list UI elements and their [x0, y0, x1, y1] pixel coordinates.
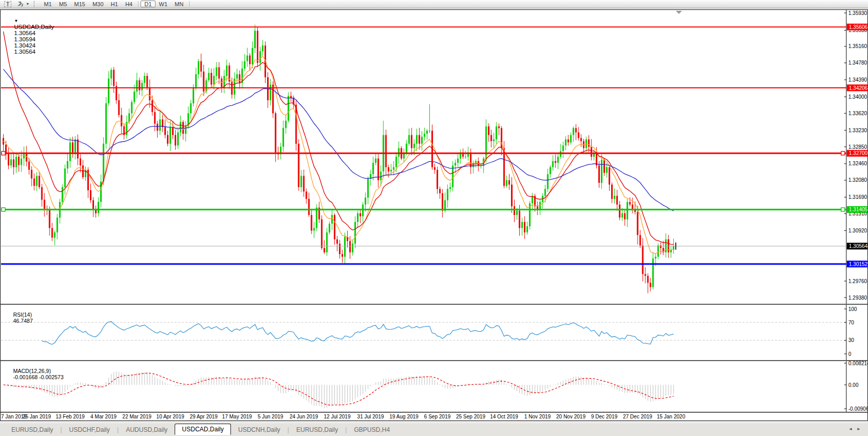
toolbar-separator — [189, 1, 190, 7]
date-tick: 24 Jun 2019 — [289, 414, 318, 419]
tf-m1-button[interactable]: M1 — [40, 1, 55, 7]
price-tick: 1.34000 — [848, 94, 867, 100]
tab-eurusd-daily-2[interactable]: EURUSD,Daily — [289, 425, 345, 435]
macd-name: MACD(12,26,9) — [13, 368, 51, 374]
price-badge-text: 1.31405 — [849, 207, 868, 212]
chart-tab-bar: EURUSD,Daily | USDCHF,Daily | AUDUSD,Dai… — [0, 423, 868, 436]
toolbar-separator — [138, 1, 138, 7]
ohlc-low: 1.30424 — [14, 42, 36, 49]
price-tick: 1.30920 — [848, 228, 867, 233]
date-tick: 12 Jul 2019 — [324, 414, 351, 419]
price-tick: 1.31690 — [848, 194, 867, 200]
price-chart-canvas[interactable]: 1.359301.355301.351601.347801.343901.340… — [0, 9, 868, 421]
price-tick: 1.34390 — [848, 77, 867, 83]
chart-window[interactable]: 1.359301.355301.351601.347801.343901.340… — [0, 9, 868, 421]
arrange-charts-icon — [17, 1, 24, 7]
date-tick: 6 Sep 2019 — [424, 414, 451, 419]
date-tick: 1 Nov 2019 — [524, 414, 551, 419]
macd-tick: 0.008214 — [848, 361, 868, 366]
price-tick: 1.29760 — [848, 278, 867, 284]
tf-mn-button[interactable]: MN — [171, 1, 187, 7]
price-badge-text: 1.30152 — [849, 261, 868, 267]
rsi-name: RSI(14) — [13, 312, 32, 318]
rsi-tick: 0 — [848, 351, 851, 357]
price-tick: 1.32080 — [848, 177, 867, 183]
chart-title: ▼ USDCAD,Daily 1.30564 1.30594 1.30424 1… — [4, 11, 54, 61]
rsi-indicator-label: RSI(14) 46.7487 — [4, 305, 33, 330]
date-tick: 15 Jan 2020 — [657, 414, 685, 419]
price-tick: 1.33620 — [848, 111, 867, 116]
tf-w1-button[interactable]: W1 — [156, 1, 172, 7]
date-tick: 19 Aug 2019 — [390, 414, 419, 419]
date-tick: 25 Sep 2019 — [456, 414, 486, 419]
pane-separator[interactable] — [0, 360, 868, 361]
tab-audusd-daily[interactable]: AUDUSD,Daily — [119, 425, 175, 435]
price-tick: 1.32460 — [848, 161, 867, 166]
hline-1.327[interactable] — [1, 152, 846, 154]
hline-1.35606[interactable] — [1, 26, 846, 27]
hline-1.31405[interactable] — [1, 209, 846, 210]
tf-m15-button[interactable]: M15 — [71, 1, 89, 7]
chevron-down-icon: ▼ — [26, 2, 29, 6]
date-tick: 5 Jun 2019 — [258, 414, 284, 419]
rsi-tick: 100 — [848, 306, 857, 312]
price-tick: 1.33230 — [848, 128, 867, 133]
hline-1.30152[interactable] — [1, 263, 846, 265]
price-tick: 1.34780 — [848, 60, 867, 66]
price-badge-text: 1.34206 — [849, 85, 868, 91]
date-tick: 22 Mar 2019 — [122, 414, 152, 419]
rsi-tick: 30 — [848, 337, 855, 343]
pane-separator[interactable] — [0, 304, 868, 305]
line-handle[interactable] — [841, 151, 845, 155]
ohlc-close: 1.30564 — [14, 49, 36, 55]
scroll-left-icon: ◄ — [848, 427, 857, 431]
scroll-right-icon: ► — [857, 427, 865, 431]
hline-1.34206[interactable] — [1, 87, 846, 88]
mt4-application: T ▼ M1 M5 M15 M30 H1 H4 D1 W1 MN 1.35930… — [0, 0, 868, 436]
date-tick: 10 Apr 2019 — [157, 414, 184, 419]
collapse-arrow-icon[interactable]: ▼ — [14, 19, 18, 23]
tab-eurusd-daily-1[interactable]: EURUSD,Daily — [4, 425, 60, 435]
tf-m30-button[interactable]: M30 — [89, 1, 107, 7]
tab-usdcnh-daily[interactable]: USDCNH,Daily — [231, 425, 287, 435]
tab-usdcad-daily[interactable]: USDCAD,Daily — [175, 424, 231, 435]
tab-usdchf-daily[interactable]: USDCHF,Daily — [62, 425, 117, 435]
price-tick: 1.35160 — [848, 43, 867, 49]
date-axis-border[interactable] — [0, 412, 868, 413]
date-tick: 14 Oct 2019 — [490, 414, 518, 419]
price-badge-text: 1.32700 — [849, 150, 868, 156]
last-bar-marker — [675, 242, 676, 250]
price-tick: 1.35930 — [848, 10, 867, 16]
line-handle[interactable] — [2, 208, 5, 211]
tab-scroll-arrows[interactable]: ◄► — [848, 427, 865, 431]
date-tick: 20 Nov 2019 — [556, 414, 586, 419]
arrange-charts-button[interactable]: ▼ — [17, 1, 29, 7]
date-tick: 17 May 2019 — [222, 414, 252, 419]
tab-gbpusd-h4[interactable]: GBPUSD,H4 — [347, 425, 397, 435]
macd-indicator-label: MACD(12,26,9) -0.001668 -0.002573 — [4, 362, 64, 386]
date-tick: 27 Dec 2019 — [623, 414, 653, 419]
date-tick: 25 Jan 2019 — [23, 414, 51, 419]
price-tick: 1.29380 — [848, 295, 867, 301]
timeframe-toolbar: T ▼ M1 M5 M15 M30 H1 H4 D1 W1 MN — [0, 0, 868, 8]
tf-h4-button[interactable]: H4 — [121, 1, 136, 7]
line-handle[interactable] — [841, 208, 845, 211]
toolbar-grip[interactable] — [34, 1, 36, 7]
ohlc-high: 1.30594 — [14, 36, 36, 42]
tf-d1-button[interactable]: D1 — [141, 1, 155, 7]
symbol-title: USDCAD,Daily — [14, 24, 54, 30]
tf-h1-button[interactable]: H1 — [107, 1, 121, 7]
date-tick: 31 Jul 2019 — [357, 414, 384, 419]
macd-values: -0.001668 -0.002573 — [13, 374, 64, 380]
date-tick: 13 Feb 2019 — [56, 414, 85, 419]
tf-m5-button[interactable]: M5 — [55, 1, 70, 7]
text-tool-button[interactable]: T — [4, 1, 11, 7]
line-handle[interactable] — [2, 151, 5, 155]
price-badge-text: 1.35606 — [849, 24, 868, 30]
rsi-value: 46.7487 — [13, 318, 33, 324]
rsi-tick: 70 — [848, 320, 855, 325]
price-badge-text: 1.30564 — [849, 243, 868, 249]
macd-tick: -0.00906 — [848, 406, 868, 412]
date-tick: 4 Mar 2019 — [90, 414, 117, 419]
date-tick: 9 Dec 2019 — [591, 414, 618, 419]
